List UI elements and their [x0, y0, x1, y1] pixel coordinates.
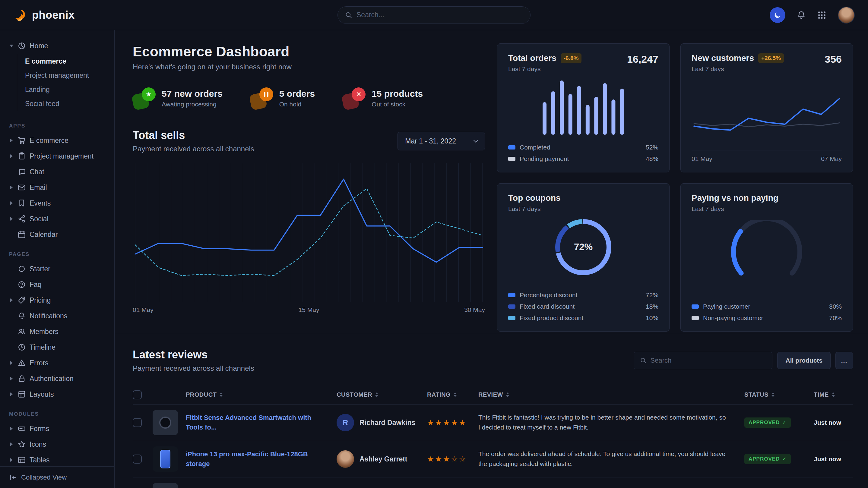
circle-icon	[18, 265, 26, 273]
global-search[interactable]	[338, 6, 530, 24]
topbar: phoenix	[0, 0, 868, 30]
sidebar-item-social-feed[interactable]: Social feed	[25, 97, 114, 111]
sidebar-item-faq[interactable]: Faq	[0, 277, 114, 292]
apps-grid-button[interactable]	[817, 10, 826, 20]
reviews-subtitle: Payment received across all channels	[133, 364, 254, 372]
legend-pending-payment: Pending payment 48%	[508, 155, 658, 162]
column-header-product[interactable]: PRODUCT	[186, 391, 337, 398]
table-row: iPhone 13 pro max-Pacific Blue-128GB sto…	[133, 441, 853, 478]
reviews-search-input[interactable]	[650, 357, 766, 364]
total-sells-chart	[133, 163, 485, 302]
phoenix-logo-icon	[13, 8, 27, 22]
sort-icon	[375, 392, 378, 397]
select-all-checkbox[interactable]	[133, 390, 142, 399]
date-range-select[interactable]: Mar 1 - 31, 2022	[398, 132, 485, 151]
customer-cell: R Richard Dawkins	[337, 414, 427, 431]
sidebar-item-starter[interactable]: Starter	[0, 261, 114, 277]
total-orders-bar-chart	[542, 80, 624, 135]
collapsed-view-toggle[interactable]: Collapsed View	[0, 466, 114, 488]
product-link[interactable]: iPhone 13 pro max-Pacific Blue-128GB sto…	[186, 449, 337, 469]
new-customers-line-chart	[691, 79, 842, 150]
product-link[interactable]: Fitbit Sense Advanced Smartwatch with To…	[186, 413, 337, 432]
sidebar-item-email[interactable]: Email	[0, 180, 114, 195]
column-header-rating[interactable]: RATING	[427, 391, 478, 398]
product-photo	[153, 483, 178, 488]
sidebar-item-ecommerce-dashboard[interactable]: E commerce	[25, 54, 114, 68]
caret-right-icon	[9, 139, 14, 142]
notifications-button[interactable]	[797, 10, 806, 20]
top-coupons-donut-chart: 72%	[555, 219, 612, 276]
sidebar-item-events[interactable]: Events	[0, 195, 114, 211]
stat-new-orders: ★ 57 new orders Awating processing	[133, 88, 223, 109]
new-customers-x-axis: 01 May 07 May	[691, 150, 842, 162]
row-checkbox[interactable]	[133, 455, 142, 464]
sidebar-item-pricing[interactable]: Pricing	[0, 292, 114, 308]
sort-icon	[220, 392, 223, 397]
column-header-time[interactable]: TIME	[814, 391, 853, 398]
chat-icon	[18, 168, 26, 176]
stat-orders-on-hold: 5 orders On hold	[250, 88, 315, 109]
bell-icon	[18, 312, 26, 320]
sidebar-item-authentication[interactable]: Authentication	[0, 371, 114, 386]
stat-out-of-stock: ✕ 15 products Out of stock	[343, 88, 423, 109]
page-title: Ecommerce Dashboard	[133, 43, 485, 60]
column-header-status[interactable]: STATUS	[744, 391, 814, 398]
review-text: This Fitbit is fantastic! I was trying t…	[478, 413, 744, 432]
check-icon	[782, 456, 786, 462]
legend-nonpaying-customer: Non-paying customer 70%	[691, 314, 842, 322]
review-time: Just now	[814, 419, 853, 426]
global-search-input[interactable]	[356, 11, 523, 19]
sidebar-nav: Home E commerce Project management Landi…	[0, 30, 114, 466]
sidebar-item-social[interactable]: Social	[0, 211, 114, 227]
table-row	[133, 478, 853, 488]
more-options-button[interactable]: ...	[835, 352, 853, 369]
caret-right-icon	[9, 154, 14, 158]
all-products-button[interactable]: All products	[777, 352, 831, 369]
donut-center-label: 72%	[555, 219, 612, 276]
reviews-toolbar: All products ...	[634, 352, 853, 369]
legend-completed: Completed 52%	[508, 144, 658, 151]
customer-cell: Ashley Garrett	[337, 450, 427, 468]
sort-icon	[832, 392, 835, 397]
tag-icon	[18, 296, 26, 304]
layout-icon	[18, 390, 26, 398]
rating-stars: ★★★★★	[427, 418, 478, 427]
sidebar-item-tables[interactable]: Tables	[0, 452, 114, 466]
clock-icon	[18, 343, 26, 351]
user-avatar[interactable]	[838, 7, 855, 24]
sidebar-item-members[interactable]: Members	[0, 324, 114, 339]
brand[interactable]: phoenix	[13, 8, 75, 22]
sidebar-item-errors[interactable]: Errors	[0, 355, 114, 371]
column-header-customer[interactable]: CUSTOMER	[337, 391, 427, 398]
new-customers-value: 356	[825, 53, 842, 65]
total-sells-subtitle: Payment received across all channels	[133, 145, 254, 153]
row-checkbox[interactable]	[133, 418, 142, 427]
dashboard-section: Ecommerce Dashboard Here's what's going …	[115, 30, 868, 334]
sidebar-item-landing[interactable]: Landing	[25, 83, 114, 97]
total-sells-widget: Total sells Payment received across all …	[133, 129, 485, 314]
sidebar-item-chat[interactable]: Chat	[0, 164, 114, 180]
question-icon	[18, 281, 26, 289]
pie-chart-icon	[18, 42, 26, 50]
sidebar-item-calendar[interactable]: Calendar	[0, 227, 114, 242]
total-sells-title: Total sells	[133, 129, 254, 142]
sidebar-item-timeline[interactable]: Timeline	[0, 339, 114, 355]
sidebar-item-layouts[interactable]: Layouts	[0, 386, 114, 402]
theme-toggle-button[interactable]	[770, 7, 785, 23]
new-customers-change-badge: +26.5%	[758, 53, 784, 63]
reviews-search[interactable]	[634, 352, 772, 369]
section-label-modules: MODULES	[0, 402, 114, 421]
caret-right-icon	[9, 458, 14, 462]
sidebar-item-notifications[interactable]: Notifications	[0, 308, 114, 324]
sidebar-item-home[interactable]: Home	[0, 38, 114, 54]
column-header-review[interactable]: REVIEW	[478, 391, 744, 398]
sidebar-item-project-management[interactable]: Project management	[0, 148, 114, 164]
sidebar-item-ecommerce[interactable]: E commerce	[0, 133, 114, 148]
sidebar-item-project-management-dashboard[interactable]: Project management	[25, 68, 114, 83]
table-icon	[18, 456, 26, 464]
smartwatch-photo	[153, 410, 178, 435]
sidebar-item-forms[interactable]: Forms	[0, 421, 114, 436]
legend-percentage-discount: Percentage discount 72%	[508, 291, 658, 299]
legend-fixed-card-discount: Fixed card discount 18%	[508, 303, 658, 310]
sidebar-item-icons[interactable]: Icons	[0, 436, 114, 452]
